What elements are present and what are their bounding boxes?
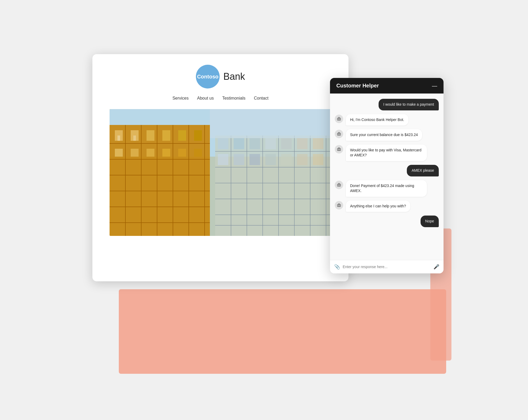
chat-title: Customer Helper [336, 83, 379, 89]
svg-rect-88 [340, 207, 340, 207]
svg-rect-45 [234, 138, 244, 149]
svg-rect-48 [281, 138, 292, 149]
message-bot-row-3: Would you like to pay with Visa, Masterc… [335, 144, 439, 161]
svg-rect-78 [338, 183, 340, 184]
chat-header: Customer Helper — [330, 78, 444, 94]
nav-bar: Services About us Testimonials Contact [172, 96, 268, 101]
svg-rect-64 [340, 120, 340, 121]
mic-icon[interactable]: 🎤 [433, 264, 439, 270]
svg-rect-66 [338, 132, 340, 133]
chat-input[interactable] [343, 265, 431, 269]
svg-rect-18 [162, 130, 170, 141]
svg-rect-58 [210, 109, 331, 138]
nav-about[interactable]: About us [197, 96, 214, 101]
chat-widget: Customer Helper — I would like to make a… [330, 78, 444, 273]
svg-rect-24 [162, 149, 170, 157]
message-bot-row-5: Anything else I can help you with? [335, 200, 439, 212]
svg-rect-28 [133, 136, 136, 141]
svg-rect-50 [313, 138, 323, 149]
message-bot-4: Done! Payment of $423.24 made using AMEX… [346, 180, 427, 197]
svg-rect-27 [117, 136, 120, 141]
svg-rect-69 [338, 135, 338, 136]
svg-rect-2 [110, 125, 210, 236]
svg-rect-71 [337, 148, 341, 151]
chat-input-area: 📎 🎤 [330, 260, 444, 273]
svg-rect-63 [338, 120, 338, 121]
svg-point-73 [338, 149, 339, 150]
svg-rect-76 [340, 151, 340, 151]
logo-circle: Contoso [196, 65, 220, 88]
svg-point-85 [338, 205, 339, 206]
nav-contact[interactable]: Contact [254, 96, 268, 101]
message-user-3: Nope [421, 216, 439, 227]
nav-services[interactable]: Services [172, 96, 188, 101]
svg-rect-30 [215, 136, 331, 236]
svg-rect-65 [337, 133, 341, 136]
browser-window: Contoso Bank Services About us Testimoni… [92, 54, 348, 281]
svg-point-62 [340, 119, 340, 119]
svg-point-61 [338, 119, 339, 119]
bot-avatar-4 [335, 181, 343, 189]
svg-rect-21 [115, 149, 123, 157]
svg-rect-56 [297, 154, 308, 165]
svg-point-86 [340, 205, 340, 206]
svg-rect-82 [340, 186, 340, 187]
message-bot-1: Hi, I'm Contoso Bank Helper Bot. [346, 114, 408, 126]
message-bot-row-2: Sure your current balance due is $423.24 [335, 129, 439, 141]
svg-point-74 [340, 149, 340, 150]
svg-rect-55 [281, 154, 292, 165]
svg-rect-59 [337, 118, 341, 120]
deco-rect-bottom [119, 289, 446, 374]
svg-point-68 [340, 134, 340, 135]
message-bot-row-1: Hi, I'm Contoso Bank Helper Bot. [335, 114, 439, 126]
svg-rect-49 [297, 138, 308, 149]
svg-rect-60 [338, 117, 340, 118]
svg-rect-57 [313, 154, 323, 165]
minimize-button[interactable]: — [432, 83, 437, 88]
bank-text: Bank [223, 71, 245, 82]
svg-point-67 [338, 134, 339, 135]
bot-avatar-5 [335, 201, 343, 209]
message-bot-5: Anything else I can help you with? [346, 200, 410, 212]
bot-avatar-3 [335, 145, 343, 153]
svg-rect-17 [147, 130, 154, 141]
message-bot-2: Sure your current balance due is $423.24 [346, 129, 422, 141]
svg-rect-83 [337, 204, 341, 207]
svg-rect-25 [178, 149, 186, 157]
hero-image [110, 109, 331, 236]
svg-rect-23 [147, 149, 154, 157]
svg-rect-47 [265, 138, 276, 149]
bot-avatar-1 [335, 115, 343, 123]
svg-rect-70 [340, 135, 340, 136]
svg-rect-20 [194, 130, 202, 141]
nav-testimonials[interactable]: Testimonials [222, 96, 246, 101]
chat-messages: I would like to make a payment Hi, I'm C… [330, 94, 444, 260]
svg-rect-26 [194, 149, 202, 157]
svg-rect-44 [218, 138, 228, 149]
svg-point-79 [338, 185, 339, 185]
svg-rect-77 [337, 184, 341, 186]
svg-rect-19 [178, 130, 186, 141]
message-bot-row-4: Done! Payment of $423.24 made using AMEX… [335, 180, 439, 197]
svg-rect-75 [338, 151, 338, 151]
svg-rect-81 [338, 186, 338, 187]
svg-point-80 [340, 185, 340, 185]
logo-area: Contoso Bank [196, 65, 245, 88]
attach-icon[interactable]: 📎 [334, 264, 340, 270]
bot-avatar-2 [335, 130, 343, 138]
message-bot-3: Would you like to pay with Visa, Masterc… [346, 144, 427, 161]
svg-rect-84 [338, 203, 340, 204]
logo-text: Contoso [197, 74, 218, 80]
svg-rect-54 [265, 154, 276, 165]
scene: Contoso Bank Services About us Testimoni… [92, 38, 436, 382]
svg-rect-22 [131, 149, 139, 157]
browser-content: Contoso Bank Services About us Testimoni… [92, 54, 348, 281]
svg-rect-51 [218, 154, 228, 165]
svg-rect-46 [249, 138, 260, 149]
message-user-2: AMEX please [407, 165, 439, 176]
svg-rect-87 [338, 207, 338, 207]
svg-rect-53 [249, 154, 260, 165]
message-user-1: I would like to make a payment [379, 99, 439, 110]
svg-rect-72 [338, 147, 340, 148]
svg-rect-52 [234, 154, 244, 165]
